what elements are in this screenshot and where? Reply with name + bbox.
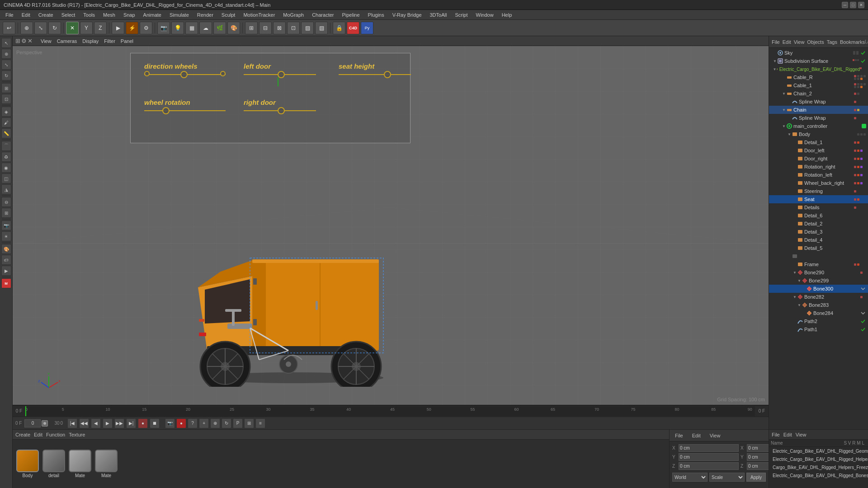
menu-simulate[interactable]: Simulate: [166, 11, 193, 19]
lt-scale[interactable]: ⤡: [1, 60, 11, 70]
expand-details[interactable]: [793, 205, 797, 210]
floor-tool[interactable]: ▦: [185, 22, 198, 34]
expand-chain-2[interactable]: ▼: [782, 91, 786, 96]
tree-item-detail1[interactable]: Detail_1: [769, 138, 868, 146]
lt-axis[interactable]: ⊞: [1, 83, 11, 93]
menu-create[interactable]: Create: [35, 11, 57, 19]
timeline-ruler[interactable]: 0 5 10 15 20 25 30 35 40 45 50 55 60 65 …: [25, 406, 755, 416]
lt-tag[interactable]: 🏷: [1, 255, 11, 265]
menu-tools[interactable]: Tools: [80, 11, 99, 19]
prev-frame-button[interactable]: ◀◀: [79, 418, 89, 428]
lt-taper[interactable]: ◮: [1, 184, 11, 194]
snap-btn[interactable]: 🔒: [333, 22, 345, 34]
tree-item-door-right[interactable]: Door_right: [769, 155, 868, 163]
mat-tab-create[interactable]: Create: [15, 432, 30, 437]
assets-tab-edit[interactable]: Edit: [783, 432, 792, 437]
menu-script[interactable]: Script: [451, 11, 471, 19]
layout-3[interactable]: ⊠: [273, 22, 286, 34]
asset-item-freeze[interactable]: Cargo_Bike_EAV_DHL_Rigged_Helpers_Freeze: [769, 463, 868, 471]
tree-item-spline-wrap-1[interactable]: Spline Wrap: [769, 98, 868, 106]
vp-menu-panel[interactable]: Panel: [121, 38, 133, 44]
expand-sw2[interactable]: [787, 116, 792, 120]
menu-snap[interactable]: Snap: [120, 11, 139, 19]
mat-mate2[interactable]: Mate: [95, 450, 118, 478]
vp-icon-fullscreen[interactable]: ⊞: [15, 38, 20, 44]
point-mode[interactable]: Y: [80, 22, 93, 34]
rh-bookmarks[interactable]: Bookmarks: [840, 39, 865, 45]
tree-item-main-ctrl[interactable]: ▼ main_controller: [769, 122, 868, 130]
extras-3[interactable]: ?: [188, 418, 198, 428]
layout-1[interactable]: ⊞: [245, 22, 258, 34]
tree-item-cargo-bike[interactable]: ▼ Electric_Cargo_Bike_EAV_DHL_Rigged: [769, 65, 868, 73]
vp-menu-display[interactable]: Display: [82, 38, 99, 44]
mat-mate1[interactable]: Mate: [69, 450, 91, 478]
menu-mograph[interactable]: MoGraph: [279, 11, 307, 19]
light-tool[interactable]: 💡: [171, 22, 184, 34]
rh-tags[interactable]: Tags: [827, 39, 837, 45]
expand-main-ctrl[interactable]: ▼: [782, 124, 786, 128]
tree-item-rot-right[interactable]: Rotation_right: [769, 163, 868, 171]
apply-button[interactable]: Apply: [746, 473, 766, 482]
mat-detail[interactable]: detail: [42, 450, 65, 478]
expand-body[interactable]: ▼: [787, 132, 792, 136]
vp-menu-filter[interactable]: Filter: [104, 38, 115, 44]
props-tab-edit[interactable]: Edit: [689, 432, 703, 439]
asset-item-helpers[interactable]: Electric_Cargo_Bike_EAV_DHL_Rigged_Helpe…: [769, 455, 868, 463]
tree-item-frame[interactable]: Frame: [769, 260, 868, 268]
menu-file[interactable]: File: [2, 11, 17, 19]
prev-key-button[interactable]: ◀: [91, 418, 101, 428]
lt-select[interactable]: ↖: [1, 38, 11, 48]
vp-menu-cameras[interactable]: Cameras: [57, 38, 77, 44]
mat-tab-function[interactable]: Function: [46, 432, 65, 437]
expand-rl[interactable]: [793, 173, 797, 177]
menu-character[interactable]: Character: [308, 11, 337, 19]
lt-measure[interactable]: 📏: [1, 128, 11, 138]
tree-item-rot-left[interactable]: Rotation_left: [769, 171, 868, 179]
extras-9[interactable]: ≡: [255, 418, 265, 428]
render-active[interactable]: ⚡: [126, 22, 138, 34]
expand-d3[interactable]: [793, 230, 797, 234]
lt-twist[interactable]: ♻: [1, 152, 11, 162]
play-button[interactable]: ▶: [103, 418, 113, 428]
asset-item-bones[interactable]: Electric_Cargo_Bike_EAV_DHL_Rigged_Bones: [769, 471, 868, 479]
props-tab-file[interactable]: File: [672, 432, 686, 439]
layout-2[interactable]: ⊟: [259, 22, 272, 34]
extras-4[interactable]: +: [199, 418, 209, 428]
goto-end-button[interactable]: ▶|: [126, 418, 136, 428]
layout-6[interactable]: ▧: [315, 22, 328, 34]
tree-item-bone283[interactable]: ▼ Bone283: [769, 301, 868, 309]
record-button[interactable]: ●: [138, 418, 148, 428]
tree-item-path2[interactable]: Path2: [769, 317, 868, 325]
stop-button[interactable]: ⏹: [150, 418, 160, 428]
lt-cam[interactable]: 📷: [1, 221, 11, 230]
vp-icon-close[interactable]: ✕: [28, 38, 33, 44]
menu-pipeline[interactable]: Pipeline: [338, 11, 363, 19]
tree-item-collapsed[interactable]: [769, 252, 868, 260]
menu-motiontracker[interactable]: MotionTracker: [240, 11, 278, 19]
tree-item-path1[interactable]: Path1: [769, 325, 868, 333]
lt-shear[interactable]: ◫: [1, 174, 11, 183]
assets-tab-view[interactable]: View: [796, 432, 807, 437]
extras-5[interactable]: ⊕: [210, 418, 220, 428]
tree-item-wheel-br[interactable]: Wheel_back_right: [769, 179, 868, 187]
tree-item-cable-1[interactable]: Cable_1: [769, 81, 868, 89]
menu-mesh[interactable]: Mesh: [99, 11, 119, 19]
expand-d1[interactable]: [793, 140, 797, 145]
expand-d2[interactable]: [793, 221, 797, 226]
expand-dl[interactable]: [793, 148, 797, 153]
menu-render[interactable]: Render: [193, 11, 217, 19]
tree-item-body[interactable]: ▼ Body: [769, 130, 868, 138]
goto-start-button[interactable]: |◀: [67, 418, 77, 428]
lt-light[interactable]: ☀: [1, 231, 11, 241]
object-mode[interactable]: ✕: [66, 22, 79, 34]
expand-b283[interactable]: ▼: [797, 303, 802, 307]
render-settings[interactable]: ⚙: [140, 22, 152, 34]
tree-item-steering[interactable]: Steering: [769, 187, 868, 195]
lt-paint[interactable]: 🖌: [1, 117, 11, 127]
rh-objects[interactable]: Objects: [807, 39, 824, 45]
expand-p1[interactable]: [793, 327, 797, 332]
extras-2[interactable]: ●: [176, 418, 186, 428]
menu-animate[interactable]: Animate: [140, 11, 165, 19]
tree-item-d5[interactable]: Detail_5: [769, 244, 868, 252]
rotate-tool[interactable]: ↻: [48, 22, 61, 34]
